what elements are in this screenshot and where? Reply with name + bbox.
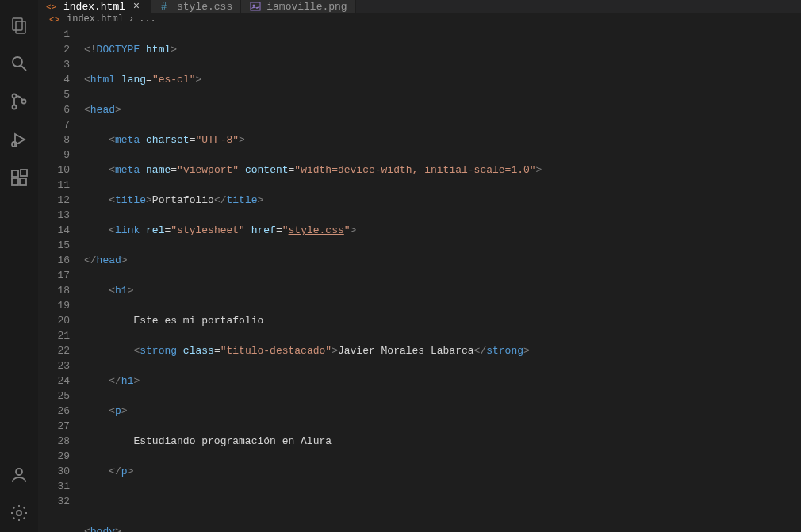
svg-line-3 bbox=[21, 66, 26, 71]
source-control-icon[interactable] bbox=[0, 82, 38, 121]
svg-point-4 bbox=[13, 94, 17, 98]
line-numbers: 1234567891011121314151617181920212223242… bbox=[38, 25, 84, 532]
html-file-icon: <> bbox=[46, 0, 59, 13]
breadcrumb-separator: › bbox=[128, 13, 134, 25]
svg-rect-11 bbox=[21, 170, 27, 176]
search-icon[interactable] bbox=[0, 44, 38, 82]
extensions-icon[interactable] bbox=[0, 159, 38, 197]
explorer-icon[interactable] bbox=[0, 6, 38, 44]
tab-label: style.css bbox=[177, 1, 232, 13]
breadcrumb-ellipsis: ... bbox=[139, 13, 156, 25]
svg-rect-1 bbox=[16, 21, 25, 33]
settings-icon[interactable] bbox=[0, 494, 38, 532]
svg-text:<>: <> bbox=[46, 2, 56, 12]
svg-point-12 bbox=[16, 469, 22, 475]
svg-rect-8 bbox=[12, 170, 18, 177]
tab-bar: <> index.html × # style.css iamoville.pn… bbox=[38, 0, 801, 13]
svg-point-7 bbox=[12, 142, 17, 147]
svg-rect-9 bbox=[12, 178, 18, 185]
close-icon[interactable]: × bbox=[130, 0, 143, 13]
code-editor[interactable]: 1234567891011121314151617181920212223242… bbox=[38, 25, 801, 532]
run-debug-icon[interactable] bbox=[0, 121, 38, 159]
svg-rect-10 bbox=[20, 178, 26, 185]
svg-point-2 bbox=[13, 57, 22, 67]
image-file-icon bbox=[249, 0, 262, 13]
activity-bar bbox=[0, 0, 38, 532]
svg-point-5 bbox=[13, 105, 17, 109]
svg-rect-16 bbox=[251, 2, 260, 10]
code-content[interactable]: <!DOCTYPE html> <html lang="es-cl"> <hea… bbox=[84, 25, 790, 532]
breadcrumb[interactable]: <> index.html › ... bbox=[38, 13, 801, 25]
css-file-icon: # bbox=[159, 0, 172, 13]
overview-ruler[interactable] bbox=[790, 25, 801, 532]
editor-group: <> index.html × # style.css iamoville.pn… bbox=[38, 0, 801, 532]
accounts-icon[interactable] bbox=[0, 456, 38, 494]
tab-style-css[interactable]: # style.css bbox=[151, 0, 241, 13]
svg-point-13 bbox=[17, 511, 21, 515]
tab-label: index.html bbox=[63, 1, 125, 13]
tab-iamoville-png[interactable]: iamoville.png bbox=[241, 0, 355, 13]
svg-text:#: # bbox=[161, 2, 167, 13]
svg-text:<>: <> bbox=[49, 15, 59, 25]
breadcrumb-file: index.html bbox=[67, 13, 124, 25]
tab-index-html[interactable]: <> index.html × bbox=[38, 0, 151, 13]
tab-label: iamoville.png bbox=[266, 1, 347, 13]
svg-rect-0 bbox=[13, 18, 22, 30]
svg-point-6 bbox=[22, 100, 26, 104]
html-file-icon: <> bbox=[49, 13, 62, 25]
